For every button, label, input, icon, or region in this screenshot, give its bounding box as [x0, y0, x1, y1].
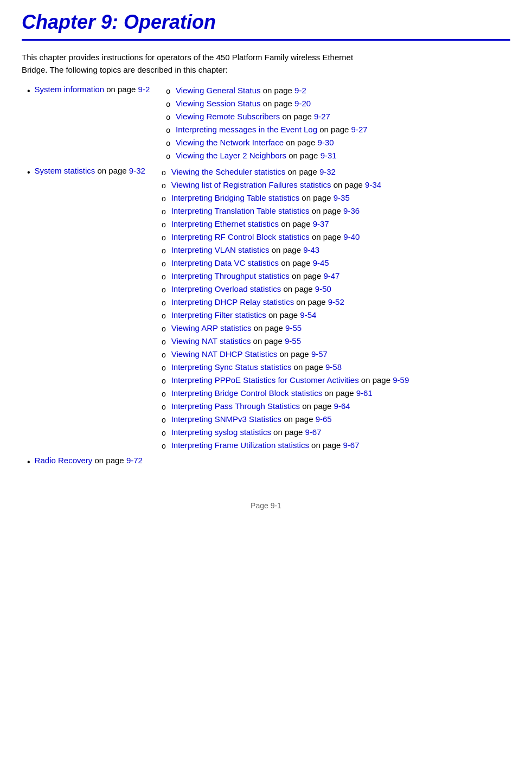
sub-list-item: Viewing Remote Subscribers on page 9-27	[166, 112, 367, 123]
sub-item-link[interactable]: Viewing Session Status	[176, 99, 260, 108]
sub-item-link[interactable]: Interpreting Bridge Control Block statis…	[171, 388, 322, 398]
sub-item-page: 9-32	[319, 167, 336, 176]
sub-item-page: 9-30	[318, 138, 334, 147]
sub-item-plain: on page	[310, 232, 344, 241]
sub-item-link[interactable]: Interpreting Sync Status statistics	[171, 362, 292, 372]
sub-item-plain: on page	[309, 440, 343, 450]
main-item-page: 9-32	[129, 166, 145, 175]
page-footer: Page 9-1	[22, 501, 510, 510]
intro-line2: Bridge. The following topics are describ…	[22, 65, 228, 74]
sub-item-link[interactable]: Viewing the Layer 2 Neighbors	[176, 151, 286, 160]
sub-item-link[interactable]: Interpreting syslog statistics	[171, 427, 271, 437]
sub-item-plain: on page	[279, 258, 313, 267]
sub-list-item: Interpreting Bridge Control Block statis…	[162, 388, 409, 400]
sub-list-item: Interpreting syslog statistics on page 9…	[162, 427, 409, 439]
sub-item-page: 9-64	[334, 401, 350, 411]
sub-item-link[interactable]: Interpreting DHCP Relay statistics	[171, 297, 294, 306]
main-item-plain: on page	[104, 85, 138, 94]
sub-item-link[interactable]: Interpreting Pass Through Statistics	[171, 401, 300, 411]
sub-item-link[interactable]: Interpreting VLAN statistics	[171, 245, 270, 254]
sub-item-page: 9-43	[303, 245, 319, 254]
main-item-link[interactable]: System information	[35, 85, 104, 94]
main-item-page: 9-2	[138, 85, 150, 94]
main-item-link[interactable]: Radio Recovery	[35, 456, 93, 465]
intro-text: This chapter provides instructions for o…	[22, 52, 510, 76]
sub-item-page: 9-52	[328, 297, 344, 306]
sub-item-page: 9-61	[356, 388, 373, 398]
sub-item-page: 9-59	[393, 375, 409, 385]
sub-list-item: Interpreting Overload statistics on page…	[162, 284, 409, 296]
sub-list-item: Interpreting Filter statistics on page 9…	[162, 310, 409, 322]
sub-list: Viewing the Scheduler statistics on page…	[145, 167, 409, 453]
sub-list-item: Interpreting RF Control Block statistics…	[162, 232, 409, 244]
sub-item-plain: on page	[281, 414, 316, 424]
sub-item-plain: on page	[277, 349, 311, 359]
sub-list-item: Viewing General Status on page 9-2	[166, 86, 367, 97]
sub-item-page: 9-67	[343, 440, 360, 450]
sub-item-plain: on page	[252, 323, 286, 333]
sub-item-page: 9-55	[285, 336, 301, 346]
sub-item-plain: on page	[331, 180, 366, 189]
sub-item-link[interactable]: Interpreting Translation Table statistic…	[171, 206, 310, 215]
sub-item-link[interactable]: Interpreting Filter statistics	[171, 310, 266, 320]
sub-item-link[interactable]: Interpreting Overload statistics	[171, 284, 281, 293]
main-item-link[interactable]: System statistics	[35, 166, 95, 175]
sub-item-link[interactable]: Interpreting Bridging Table statistics	[171, 193, 300, 202]
sub-list: Viewing General Status on page 9-2Viewin…	[150, 86, 367, 164]
sub-list-item: Interpreting Translation Table statistic…	[162, 206, 409, 218]
sub-item-plain: on page	[286, 151, 321, 160]
sub-list-item: Viewing ARP statistics on page 9-55	[162, 323, 409, 335]
sub-item-page: 9-27	[351, 125, 368, 134]
sub-item-link[interactable]: Interpreting Ethernet statistics	[171, 219, 279, 228]
sub-item-link[interactable]: Interpreting Frame Utilization statistic…	[171, 440, 309, 450]
sub-item-link[interactable]: Interpreting Data VC statistics	[171, 258, 279, 267]
sub-item-page: 9-67	[305, 427, 322, 437]
sub-item-link[interactable]: Viewing General Status	[176, 86, 260, 95]
sub-list-item: Interpreting Data VC statistics on page …	[162, 258, 409, 270]
sub-list-item: Interpreting PPPoE Statistics for Custom…	[162, 375, 409, 387]
main-item-plain: on page	[92, 456, 126, 465]
sub-item-plain: on page	[261, 86, 295, 95]
main-list-item: Radio Recovery on page 9-72	[27, 456, 510, 469]
sub-item-link[interactable]: Viewing ARP statistics	[171, 323, 252, 333]
sub-item-link[interactable]: Viewing list of Registration Failures st…	[171, 180, 331, 189]
sub-item-page: 9-37	[313, 219, 329, 228]
sub-item-link[interactable]: Viewing Remote Subscribers	[176, 112, 280, 121]
sub-list-item: Viewing the Layer 2 Neighbors on page 9-…	[166, 151, 367, 162]
sub-item-plain: on page	[300, 401, 334, 411]
sub-item-page: 9-57	[311, 349, 328, 359]
sub-item-link[interactable]: Interpreting SNMPv3 Statistics	[171, 414, 281, 424]
intro-line1: This chapter provides instructions for o…	[22, 53, 353, 62]
sub-item-plain: on page	[270, 245, 304, 254]
sub-item-plain: on page	[271, 427, 305, 437]
sub-item-link[interactable]: Interpreting Throughput statistics	[171, 271, 290, 280]
sub-item-plain: on page	[359, 375, 393, 385]
sub-item-page: 9-27	[314, 112, 330, 121]
sub-item-link[interactable]: Viewing NAT statistics	[171, 336, 251, 346]
sub-item-page: 9-58	[325, 362, 342, 372]
sub-item-plain: on page	[310, 206, 344, 215]
sub-list-item: Viewing NAT statistics on page 9-55	[162, 336, 409, 348]
sub-item-page: 9-45	[313, 258, 329, 267]
sub-list-item: Viewing the Network Interface on page 9-…	[166, 138, 367, 149]
sub-list-item: Viewing NAT DHCP Statistics on page 9-57	[162, 349, 409, 361]
sub-item-plain: on page	[279, 219, 313, 228]
sub-item-link[interactable]: Viewing NAT DHCP Statistics	[171, 349, 278, 359]
sub-item-page: 9-47	[323, 271, 339, 280]
sub-list-item: Interpreting Throughput statistics on pa…	[162, 271, 409, 283]
sub-item-page: 9-2	[294, 86, 306, 95]
sub-item-plain: on page	[322, 388, 356, 398]
sub-item-link[interactable]: Viewing the Network Interface	[176, 138, 284, 147]
sub-item-page: 9-31	[321, 151, 337, 160]
sub-item-page: 9-65	[316, 414, 332, 424]
sub-list-item: Interpreting Ethernet statistics on page…	[162, 219, 409, 231]
sub-item-link[interactable]: Interpreting RF Control Block statistics	[171, 232, 310, 241]
main-item-plain: on page	[95, 166, 129, 175]
sub-list-item: Interpreting SNMPv3 Statistics on page 9…	[162, 414, 409, 426]
sub-item-plain: on page	[284, 138, 318, 147]
sub-item-link[interactable]: Interpreting PPPoE Statistics for Custom…	[171, 375, 359, 385]
sub-item-link[interactable]: Viewing the Scheduler statistics	[171, 167, 286, 176]
sub-item-page: 9-35	[334, 193, 350, 202]
sub-item-link[interactable]: Interpreting messages in the Event Log	[176, 125, 317, 134]
sub-list-item: Interpreting DHCP Relay statistics on pa…	[162, 297, 409, 309]
